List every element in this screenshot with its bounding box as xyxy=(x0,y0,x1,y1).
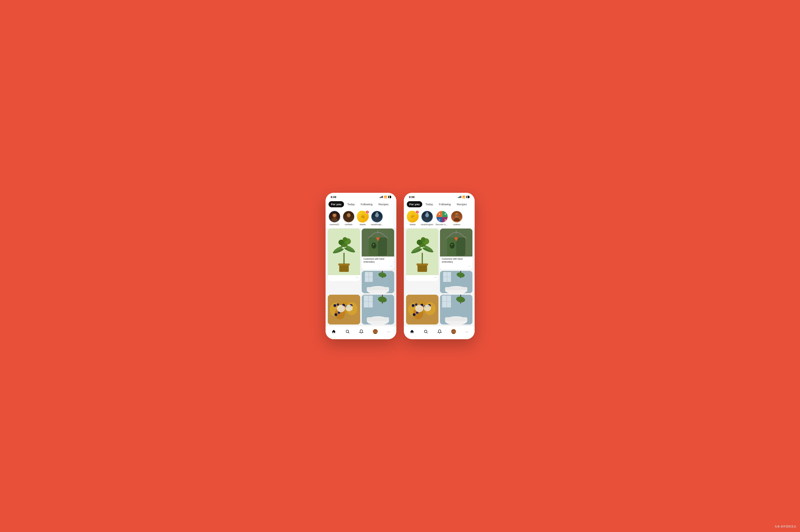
pin-more-btn[interactable]: ··· xyxy=(328,275,360,281)
battery-icon: ▌ xyxy=(388,196,391,198)
tab-for-you-left[interactable]: For you xyxy=(329,201,344,207)
svg-point-46 xyxy=(337,303,339,306)
phone-right: 8:08 📶 ▌ For you Today Following xyxy=(404,193,475,339)
story-item[interactable]: 2 bltable xyxy=(357,211,369,226)
tab-following-left[interactable]: Following xyxy=(358,201,375,207)
tab-for-you-right[interactable]: For you xyxy=(407,201,422,207)
svg-point-68 xyxy=(424,218,430,221)
story-item[interactable]: mariehd22 xyxy=(329,211,340,226)
battery-icon-right: ▌ xyxy=(466,196,469,198)
story-item[interactable]: 2 bltable xyxy=(407,211,419,226)
nav-profile-left[interactable] xyxy=(371,328,379,335)
pin-food-left[interactable] xyxy=(328,295,360,324)
svg-point-116 xyxy=(424,305,431,311)
status-bar-left: 8:08 📶 ▌ xyxy=(325,193,396,200)
svg-rect-16 xyxy=(339,264,349,272)
nav-tabs-left: For you Today Following Recipes xyxy=(325,200,396,209)
tab-today-left[interactable]: Today xyxy=(345,201,357,207)
pin-bathroom-left[interactable] xyxy=(362,271,394,293)
svg-point-125 xyxy=(424,330,427,333)
svg-point-30 xyxy=(371,243,376,249)
svg-point-109 xyxy=(415,303,417,306)
svg-point-13 xyxy=(375,213,379,217)
svg-line-126 xyxy=(427,332,427,333)
story-badge: 2 xyxy=(366,210,369,214)
nav-search-left[interactable] xyxy=(344,328,351,335)
nav-more-left[interactable]: ··· xyxy=(386,329,392,335)
pin-food-right[interactable] xyxy=(406,295,439,324)
svg-point-5 xyxy=(346,218,352,221)
svg-rect-34 xyxy=(367,287,389,290)
story-item[interactable]: nariahhugh... xyxy=(371,211,383,226)
svg-point-115 xyxy=(415,305,423,312)
story-badge-right: 2 xyxy=(415,210,419,214)
svg-point-65 xyxy=(373,332,377,334)
wifi-icon: 📶 xyxy=(384,195,387,198)
svg-rect-18 xyxy=(343,253,345,264)
svg-line-63 xyxy=(349,332,349,333)
svg-point-26 xyxy=(342,237,347,242)
svg-point-11 xyxy=(374,218,380,221)
pin-bathroom2-left[interactable] xyxy=(362,295,394,324)
nav-profile-right[interactable] xyxy=(450,328,458,335)
nav-home-left[interactable] xyxy=(330,328,337,335)
story-name: bltable xyxy=(410,223,415,226)
svg-point-2 xyxy=(333,213,336,217)
wifi-icon-right: 📶 xyxy=(462,195,465,198)
story-item[interactable]: nariahhughes xyxy=(421,211,433,226)
nav-tabs-right: For you Today Following Recipes xyxy=(404,200,475,209)
svg-rect-56 xyxy=(367,317,389,321)
svg-point-108 xyxy=(412,304,414,307)
pin-bathroom2-right[interactable] xyxy=(440,295,472,324)
svg-rect-119 xyxy=(445,317,467,321)
svg-point-72 xyxy=(454,218,460,221)
pin-jacket-label: Customize with hand embroidery xyxy=(362,256,394,264)
svg-point-128 xyxy=(452,332,455,334)
svg-point-52 xyxy=(337,305,345,312)
story-discover[interactable]: A B C D Discover creators xyxy=(435,211,449,226)
status-icons-right: 📶 ▌ xyxy=(458,195,469,198)
signal-icon xyxy=(379,196,383,198)
pin-jacket-label-right: Customize with hand embroidery xyxy=(440,256,472,264)
svg-point-127 xyxy=(452,330,455,332)
page-container: 8:08 📶 ▌ For you Today Following xyxy=(325,193,475,339)
tab-recipes-left[interactable]: Recipes xyxy=(376,201,391,207)
pin-jacket-right[interactable]: ✿ Customize with hand embroidery ··· xyxy=(440,229,472,269)
svg-point-45 xyxy=(333,304,336,307)
nav-search-right[interactable] xyxy=(422,328,430,335)
signal-icon-right xyxy=(458,196,461,198)
pin-more-jacket-right[interactable]: ··· xyxy=(440,264,472,269)
pin-jacket-left[interactable]: ✿ Customize with hand embroidery ··· xyxy=(362,229,394,269)
story-name: mariehd22 xyxy=(330,223,339,226)
svg-point-1 xyxy=(332,218,337,221)
pin-plant-right[interactable]: ··· xyxy=(406,229,439,281)
phone-left: 8:08 📶 ▌ For you Today Following xyxy=(325,193,396,339)
story-name: nariahhughes xyxy=(421,223,433,226)
status-time-left: 8:08 xyxy=(331,195,336,198)
pin-more-jacket[interactable]: ··· xyxy=(362,264,394,269)
tab-recipes-right[interactable]: Recipes xyxy=(454,201,469,207)
svg-point-4 xyxy=(333,212,336,214)
pin-more-btn-right[interactable]: ··· xyxy=(406,275,439,281)
nav-more-right[interactable]: ··· xyxy=(464,329,470,335)
story-name: zzdeion xyxy=(453,223,460,226)
story-item[interactable]: cheflado xyxy=(343,211,355,226)
nav-home-right[interactable] xyxy=(408,328,416,335)
tab-following-right[interactable]: Following xyxy=(436,201,453,207)
svg-point-53 xyxy=(345,305,353,311)
story-item[interactable]: zzdeion xyxy=(451,211,463,226)
svg-point-51 xyxy=(334,313,337,316)
svg-point-67 xyxy=(411,216,413,218)
tab-today-right[interactable]: Today xyxy=(423,201,436,207)
svg-rect-79 xyxy=(417,264,427,272)
svg-point-9 xyxy=(361,216,362,218)
pin-bathroom-right[interactable] xyxy=(440,271,472,293)
svg-point-64 xyxy=(374,330,376,332)
nav-bell-right[interactable] xyxy=(436,328,443,335)
svg-point-62 xyxy=(346,330,349,333)
bottom-nav-right: ··· xyxy=(404,326,475,339)
nav-bell-left[interactable] xyxy=(358,328,365,335)
pin-plant-left[interactable]: ··· xyxy=(328,229,360,281)
story-name: cheflado xyxy=(345,223,353,226)
svg-point-7 xyxy=(347,213,350,217)
